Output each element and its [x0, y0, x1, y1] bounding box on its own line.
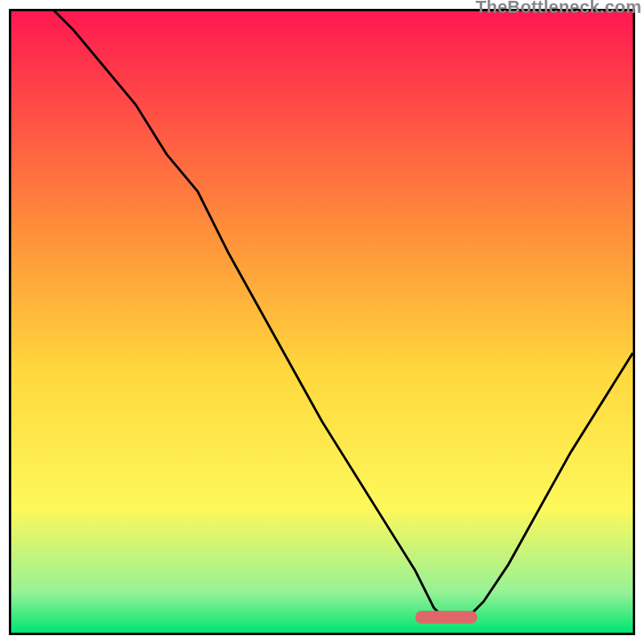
gradient-background [11, 11, 633, 633]
watermark-text: TheBottleneck.com [476, 0, 642, 18]
optimal-marker [415, 611, 477, 624]
bottleneck-plot [11, 11, 633, 633]
chart-frame [9, 9, 635, 635]
